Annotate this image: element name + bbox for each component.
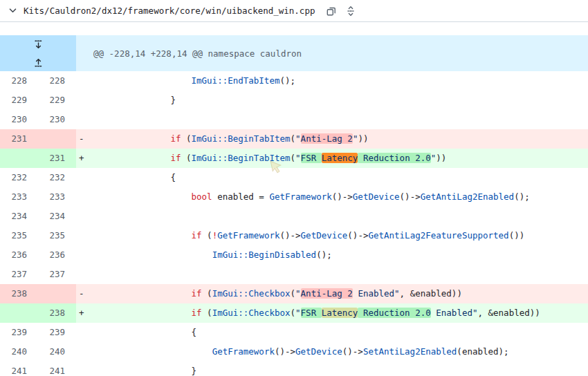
new-line-number[interactable]: 236 bbox=[38, 245, 76, 265]
code-line: ImGui::EndTabItem(); bbox=[87, 71, 588, 91]
code-segment: { bbox=[170, 172, 176, 182]
code-segment-highlight: Latency bbox=[322, 153, 358, 163]
code-line: { bbox=[87, 323, 588, 342]
new-line-number[interactable]: 233 bbox=[38, 187, 76, 207]
new-line-number[interactable] bbox=[38, 284, 76, 303]
diff-rows: 228228 ImGui::EndTabItem();229229 }23023… bbox=[0, 71, 588, 376]
code-segment-highlight: Anti-Lag 2 bbox=[301, 288, 353, 299]
code-segment: ( bbox=[181, 153, 191, 163]
new-line-number[interactable]: 241 bbox=[38, 361, 76, 376]
diff-row: 240240 GetFramework()->GetDevice()->SetA… bbox=[0, 342, 588, 361]
code-segment: " bbox=[295, 133, 301, 144]
new-line-number[interactable]: 239 bbox=[38, 323, 76, 342]
code-segment: (); bbox=[279, 75, 295, 86]
copy-icon[interactable] bbox=[324, 3, 339, 19]
code-segment: ( bbox=[291, 133, 296, 144]
code-segment: ImGui::EndTabItem bbox=[192, 75, 280, 86]
old-line-number[interactable]: 239 bbox=[0, 323, 38, 342]
code-segment: ( bbox=[291, 288, 296, 299]
new-line-number[interactable]: 228 bbox=[38, 71, 76, 91]
old-line-number[interactable]: 241 bbox=[0, 361, 38, 376]
code-segment: ( bbox=[202, 308, 212, 318]
diff-marker bbox=[76, 245, 87, 265]
diff-marker bbox=[76, 265, 87, 284]
expand-up-icon[interactable] bbox=[0, 53, 76, 71]
diff-row: 238- if (ImGui::Checkbox("Anti-Lag 2 Ena… bbox=[0, 284, 588, 303]
code-segment: ImGui::Checkbox bbox=[212, 308, 291, 318]
code-segment: ()-> bbox=[347, 230, 368, 241]
expand-down-icon[interactable] bbox=[0, 35, 76, 53]
new-line-number[interactable]: 240 bbox=[38, 342, 76, 361]
diff-row: 241241 } bbox=[0, 361, 588, 376]
old-line-number[interactable]: 228 bbox=[0, 71, 38, 91]
old-line-number[interactable]: 233 bbox=[0, 187, 38, 207]
diff-row: 230230 bbox=[0, 110, 588, 129]
new-line-number[interactable] bbox=[38, 129, 76, 149]
code-segment: )) bbox=[358, 133, 368, 144]
code-line: ImGui::BeginDisabled(); bbox=[87, 245, 588, 265]
new-line-number[interactable]: 231 bbox=[38, 149, 76, 168]
file-path: Kits/Cauldron2/dx12/framework/core/win/u… bbox=[24, 6, 315, 16]
code-segment-highlight: FSR bbox=[301, 153, 322, 163]
diff-row: 233233 bool enabled = GetFramework()->Ge… bbox=[0, 187, 588, 207]
old-line-number[interactable]: 231 bbox=[0, 129, 38, 149]
diff-marker bbox=[76, 110, 87, 129]
unfold-drag-icon[interactable] bbox=[343, 3, 358, 19]
diff-marker bbox=[76, 207, 87, 226]
code-segment: ImGui::Checkbox bbox=[212, 288, 291, 299]
old-line-number[interactable]: 237 bbox=[0, 265, 38, 284]
old-line-number[interactable]: 240 bbox=[0, 342, 38, 361]
code-segment: , &enabled)) bbox=[400, 288, 462, 299]
code-line: } bbox=[87, 361, 588, 376]
code-line: bool enabled = GetFramework()->GetDevice… bbox=[87, 187, 588, 207]
code-line: } bbox=[87, 91, 588, 110]
code-segment-highlight: Anti-Lag 2 bbox=[301, 133, 353, 144]
old-line-number[interactable]: 230 bbox=[0, 110, 38, 129]
new-line-number[interactable]: 234 bbox=[38, 207, 76, 226]
code-segment: , &enabled)) bbox=[477, 308, 540, 318]
code-segment: )) bbox=[436, 153, 446, 163]
diff-row: 231- if (ImGui::BeginTabItem("Anti-Lag 2… bbox=[0, 129, 588, 149]
diff-row: 232232 { bbox=[0, 168, 588, 187]
old-line-number[interactable]: 234 bbox=[0, 207, 38, 226]
new-line-number[interactable]: 237 bbox=[38, 265, 76, 284]
code-line: if (ImGui::Checkbox("Anti-Lag 2 Enabled"… bbox=[87, 284, 588, 303]
code-segment-highlight: FSR bbox=[301, 308, 322, 318]
new-line-number[interactable]: 229 bbox=[38, 91, 76, 110]
diff-row: 229229 } bbox=[0, 91, 588, 110]
old-line-number[interactable]: 229 bbox=[0, 91, 38, 110]
diff-marker: - bbox=[76, 284, 87, 303]
diff-row: 237237 bbox=[0, 265, 588, 284]
diff-viewer: Kits/Cauldron2/dx12/framework/core/win/u… bbox=[0, 0, 588, 376]
diff-marker bbox=[76, 226, 87, 245]
code-segment: if bbox=[170, 153, 181, 163]
code-segment: ( bbox=[202, 288, 212, 299]
old-line-number[interactable]: 232 bbox=[0, 168, 38, 187]
chevron-down-icon[interactable] bbox=[8, 6, 17, 15]
code-segment: (); bbox=[316, 250, 332, 260]
diff-row: 239239 { bbox=[0, 323, 588, 342]
old-line-number[interactable]: 235 bbox=[0, 226, 38, 245]
code-segment: Enabled" bbox=[353, 288, 400, 299]
diff-marker bbox=[76, 361, 87, 376]
code-line: GetFramework()->GetDevice()->SetAntiLag2… bbox=[87, 342, 588, 361]
new-line-number[interactable]: 235 bbox=[38, 226, 76, 245]
code-line: if (ImGui::Checkbox("FSR Latency Reducti… bbox=[87, 303, 588, 323]
code-segment-highlight: Reduction 2.0 bbox=[358, 308, 430, 318]
diff-marker bbox=[76, 168, 87, 187]
code-segment: (); bbox=[514, 191, 530, 202]
code-segment: " bbox=[295, 288, 301, 299]
hunk-header-row: @@ -228,14 +228,14 @@ namespace cauldron bbox=[0, 35, 588, 71]
old-line-number[interactable]: 236 bbox=[0, 245, 38, 265]
old-line-number[interactable] bbox=[0, 303, 38, 323]
code-segment: } bbox=[170, 95, 176, 105]
code-segment: (enabled); bbox=[457, 346, 508, 357]
old-line-number[interactable]: 238 bbox=[0, 284, 38, 303]
new-line-number[interactable]: 230 bbox=[38, 110, 76, 129]
diff-row: 236236 ImGui::BeginDisabled(); bbox=[0, 245, 588, 265]
code-segment: SetAntiLag2Enabled bbox=[363, 346, 457, 357]
old-line-number[interactable] bbox=[0, 149, 38, 168]
new-line-number[interactable]: 238 bbox=[38, 303, 76, 323]
new-line-number[interactable]: 232 bbox=[38, 168, 76, 187]
code-segment: ImGui::BeginDisabled bbox=[212, 250, 317, 260]
